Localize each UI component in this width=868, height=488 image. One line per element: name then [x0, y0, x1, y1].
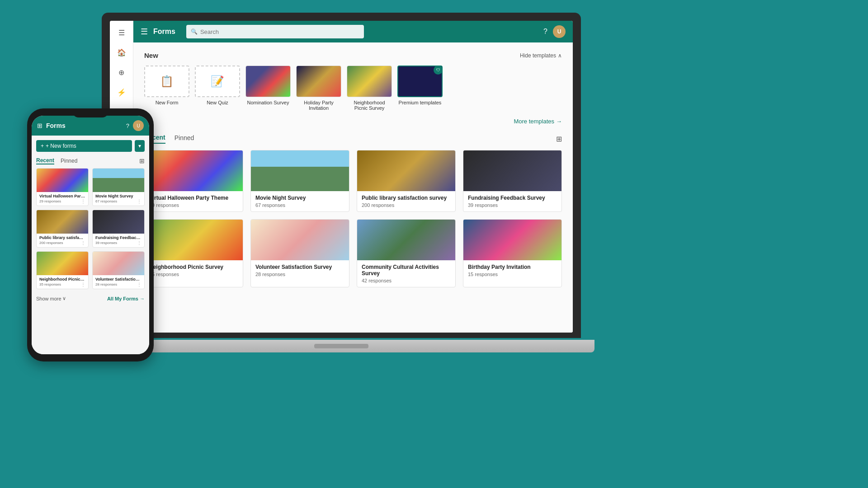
phone-form-picnic[interactable]: Neighborhood Picnic Sur... 35 responses … — [36, 251, 89, 289]
form-responses-birthday: 15 responses — [468, 272, 557, 277]
phone-form-title-fundraising: Fundraising Feedback Sur... — [95, 235, 142, 240]
phone-form-img-library — [37, 210, 88, 234]
form-title-volunteer: Volunteer Satisfaction Survey — [255, 264, 344, 270]
recent-tabs-row: Recent Pinned ⊞ — [144, 134, 562, 144]
forms-grid: Virtual Halloween Party Theme 29 respons… — [144, 150, 562, 287]
form-title-picnic: Neighborhood Picnic Survey — [149, 264, 238, 270]
form-responses-volunteer: 28 responses — [255, 272, 344, 277]
template-new-quiz[interactable]: 📝 New Quiz — [195, 66, 240, 111]
form-title-movie: Movie Night Survey — [255, 195, 344, 201]
phone-form-img-picnic — [37, 252, 88, 275]
sidebar-activity-icon[interactable]: ⚡ — [113, 84, 130, 100]
form-card-birthday[interactable]: Birthday Party Invitation 15 responses — [463, 219, 562, 287]
phone-form-responses-picnic: 35 responses — [39, 282, 61, 286]
desktop-main: ☰ Forms 🔍 ? U New Hide — [133, 21, 573, 333]
form-card-library[interactable]: Public library satisfaction survey 200 r… — [357, 150, 456, 212]
phone-form-menu-volunteer[interactable]: ⋮ — [137, 282, 142, 287]
form-title-halloween: Virtual Halloween Party Theme — [149, 195, 238, 201]
mobile-phone: ⊞ Forms ? U + + New forms ▾ Recent Pinne… — [27, 108, 154, 361]
template-holiday[interactable]: Holiday Party Invitation — [296, 66, 341, 111]
form-image-fundraising — [463, 150, 561, 191]
phone-form-responses-movie: 67 responses — [95, 199, 117, 203]
phone-plus-icon: + — [41, 143, 44, 149]
form-card-movie[interactable]: Movie Night Survey 67 responses — [250, 150, 349, 212]
form-image-volunteer — [251, 220, 349, 260]
form-title-fundraising: Fundraising Feedback Survey — [468, 195, 557, 201]
phone-form-halloween[interactable]: Virtual Halloween Party Th... 29 respons… — [36, 168, 89, 206]
template-new-form[interactable]: 📋 New Form — [144, 66, 189, 111]
phone-screen: ⊞ Forms ? U + + New forms ▾ Recent Pinne… — [32, 116, 149, 354]
phone-form-fundraising[interactable]: Fundraising Feedback Sur... 39 responses… — [92, 210, 145, 248]
help-icon[interactable]: ? — [543, 28, 547, 36]
form-card-halloween[interactable]: Virtual Halloween Party Theme 29 respons… — [144, 150, 243, 212]
phone-all-forms-link[interactable]: All My Forms → — [107, 296, 145, 301]
phone-tab-recent[interactable]: Recent — [36, 157, 54, 164]
form-responses-movie: 67 responses — [255, 202, 344, 208]
form-image-movie — [251, 150, 349, 191]
form-card-picnic[interactable]: Neighborhood Picnic Survey 35 responses — [144, 219, 243, 287]
sidebar-home-icon[interactable]: 🏠 — [113, 44, 130, 61]
sidebar-new-icon[interactable]: ⊕ — [113, 64, 130, 80]
chevron-up-icon: ∧ — [558, 52, 562, 59]
template-neighborhood-picnic[interactable]: Neighborhood Picnic Survey — [347, 66, 392, 111]
phone-form-library[interactable]: Public library satisfaction ... 200 resp… — [36, 210, 89, 248]
new-form-label: New Form — [156, 100, 179, 105]
phone-form-title-library: Public library satisfaction ... — [39, 235, 85, 240]
phone-form-menu-movie[interactable]: ⋮ — [137, 199, 142, 204]
more-templates-link[interactable]: More templates → — [144, 118, 562, 125]
search-input[interactable] — [200, 28, 359, 35]
phone-dropdown-button[interactable]: ▾ — [135, 140, 145, 152]
sidebar-hamburger[interactable]: ☰ — [113, 24, 130, 41]
form-title-library: Public library satisfaction survey — [362, 195, 451, 201]
template-nomination[interactable]: Nomination Survey — [245, 66, 291, 111]
phone-form-menu-halloween[interactable]: ⋮ — [81, 199, 85, 204]
search-bar[interactable]: 🔍 — [186, 25, 364, 38]
form-image-library — [357, 150, 455, 191]
phone-new-forms-button[interactable]: + + New forms — [36, 140, 132, 152]
phone-tab-pinned[interactable]: Pinned — [61, 158, 77, 164]
phone-form-title-picnic: Neighborhood Picnic Sur... — [39, 277, 85, 282]
phone-form-img-fundraising — [93, 210, 144, 234]
phone-form-img-halloween — [37, 169, 88, 192]
phone-form-menu-library[interactable]: ⋮ — [81, 240, 85, 245]
new-quiz-icon: 📝 — [211, 75, 224, 88]
form-title-community: Community Cultural Activities Survey — [362, 264, 451, 277]
form-card-volunteer[interactable]: Volunteer Satisfaction Survey 28 respons… — [250, 219, 349, 287]
form-responses-community: 42 responses — [362, 278, 451, 283]
search-icon: 🔍 — [191, 28, 198, 35]
neighborhood-picnic-label: Neighborhood Picnic Survey — [347, 100, 392, 111]
arrow-right-icon: → — [556, 118, 562, 125]
phone-chevron-down-icon: ∨ — [62, 296, 66, 301]
phone-content: + + New forms ▾ Recent Pinned ⊞ Virtual … — [32, 136, 149, 354]
phone-form-img-volunteer — [93, 252, 144, 275]
hide-templates-button[interactable]: Hide templates ∧ — [520, 52, 562, 59]
phone-form-responses-volunteer: 28 responses — [95, 282, 117, 286]
phone-tabs: Recent Pinned ⊞ — [36, 157, 145, 164]
user-avatar[interactable]: U — [553, 25, 566, 38]
phone-user-avatar[interactable]: U — [133, 120, 144, 131]
content-area: New Hide templates ∧ 📋 Ne — [133, 42, 573, 333]
grid-toggle-icon[interactable]: ⊞ — [556, 135, 562, 143]
header-menu-icon[interactable]: ☰ — [141, 27, 148, 37]
phone-show-more-button[interactable]: Show more ∨ — [36, 296, 66, 301]
new-quiz-label: New Quiz — [207, 100, 228, 105]
tab-pinned[interactable]: Pinned — [175, 134, 194, 143]
form-card-community[interactable]: Community Cultural Activities Survey 42 … — [357, 219, 456, 287]
form-card-fundraising[interactable]: Fundraising Feedback Survey 39 responses — [463, 150, 562, 212]
template-premium[interactable]: 🛡 Premium templates — [397, 66, 443, 111]
premium-label: Premium templates — [399, 100, 442, 105]
holiday-label: Holiday Party Invitation — [296, 100, 341, 111]
form-responses-library: 200 responses — [362, 202, 451, 208]
phone-apps-icon[interactable]: ⊞ — [37, 122, 42, 129]
form-title-birthday: Birthday Party Invitation — [468, 264, 557, 270]
new-form-icon: 📋 — [160, 75, 174, 88]
phone-form-menu-fundraising[interactable]: ⋮ — [137, 240, 142, 245]
desktop-header: ☰ Forms 🔍 ? U — [133, 21, 573, 42]
phone-form-movie[interactable]: Movie Night Survey 67 responses ⋮ — [92, 168, 145, 206]
laptop-base — [88, 340, 594, 352]
phone-form-volunteer[interactable]: Volunteer Satisfaction Sur... 28 respons… — [92, 251, 145, 289]
phone-app-title: Forms — [46, 122, 123, 129]
phone-grid-toggle-icon[interactable]: ⊞ — [139, 157, 145, 164]
phone-help-icon[interactable]: ? — [126, 122, 129, 129]
phone-form-menu-picnic[interactable]: ⋮ — [81, 282, 85, 287]
